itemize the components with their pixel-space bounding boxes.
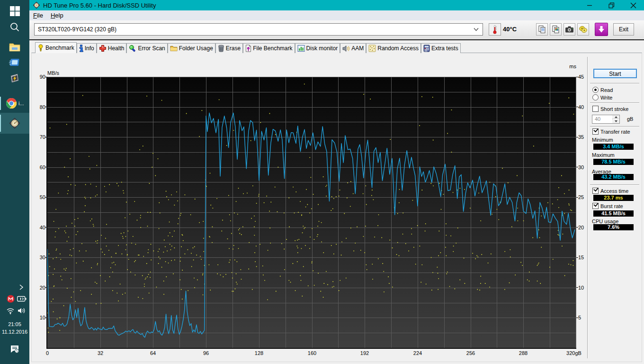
disk-monitor-tab-icon bbox=[297, 45, 305, 52]
tab-extra-tests[interactable]: Extra tests bbox=[421, 43, 461, 53]
close-button[interactable] bbox=[622, 0, 644, 10]
chevron-down-icon bbox=[474, 27, 479, 31]
benchmark-chart bbox=[47, 77, 576, 348]
x-axis-tick-label: 32 bbox=[90, 350, 111, 356]
x-axis-tick-label: 288 bbox=[513, 350, 534, 356]
short-stroke-capacity-input[interactable]: 40 bbox=[592, 115, 620, 124]
short-stroke-checkbox[interactable]: Short stroke bbox=[592, 106, 628, 112]
restore-button[interactable] bbox=[600, 0, 622, 10]
tab-random-access[interactable]: Random Access bbox=[366, 43, 421, 53]
volume-tray-icon[interactable] bbox=[18, 307, 26, 314]
tab-folder-usage[interactable]: Folder Usage bbox=[168, 43, 215, 53]
access-time-checkbox[interactable]: Access time bbox=[592, 188, 628, 194]
spin-up-button[interactable] bbox=[612, 115, 619, 119]
x-axis-tick-label: 128 bbox=[249, 350, 269, 356]
camera-icon bbox=[565, 26, 574, 33]
close-icon bbox=[630, 2, 636, 9]
action-center-icon bbox=[10, 345, 19, 354]
taskbar-search-button[interactable] bbox=[0, 18, 29, 36]
taskbar-winamp[interactable] bbox=[0, 70, 29, 87]
y-axis-tick-label: 40 bbox=[31, 225, 45, 230]
winamp-icon bbox=[9, 73, 20, 84]
capacity-unit-label: gB bbox=[627, 117, 633, 121]
burst-rate-label: Burst rate bbox=[600, 203, 623, 209]
temperature-indicator bbox=[489, 23, 501, 36]
minimum-value: 3.4 MB/s bbox=[593, 144, 634, 150]
action-center-button[interactable] bbox=[0, 343, 29, 355]
tab-label: Info bbox=[85, 45, 94, 52]
tab-file-benchmark[interactable]: File Benchmark bbox=[243, 43, 295, 53]
right-axis-tick bbox=[576, 77, 578, 77]
copy-image-button[interactable] bbox=[550, 23, 562, 36]
read-radio-label: Read bbox=[600, 87, 613, 93]
x-axis-tick-label: 192 bbox=[354, 350, 375, 356]
menu-file[interactable]: File bbox=[29, 10, 47, 20]
right-axis-tick bbox=[576, 257, 578, 258]
start-button[interactable]: Start bbox=[593, 69, 637, 78]
write-radio[interactable]: Write bbox=[592, 94, 612, 100]
drive-select[interactable]: ST320LT020-9YG142 (320 gB) bbox=[34, 23, 483, 36]
x-axis-line bbox=[46, 348, 576, 349]
y-axis-tick bbox=[45, 197, 47, 198]
tab-benchmark[interactable]: Benchmark bbox=[35, 42, 77, 53]
info-tab-icon bbox=[79, 45, 83, 52]
right-axis-tick-label: 5 bbox=[578, 315, 594, 320]
right-axis-tick-label: 35 bbox=[578, 134, 594, 140]
tab-error-scan[interactable]: Error Scan bbox=[126, 43, 167, 53]
taskbar-hdtune[interactable] bbox=[0, 113, 29, 134]
read-radio[interactable]: Read bbox=[592, 87, 613, 93]
wifi-tray-icon[interactable] bbox=[6, 307, 15, 314]
minimize-button[interactable] bbox=[579, 0, 600, 10]
access-time-value: 23.7 ms bbox=[593, 195, 634, 201]
x-axis-tick-label: 64 bbox=[143, 350, 163, 356]
burst-rate-box[interactable] bbox=[592, 203, 599, 209]
tab-erase[interactable]: Erase bbox=[215, 43, 243, 53]
mega-tray-icon[interactable] bbox=[7, 295, 15, 303]
tab-disk-monitor[interactable]: Disk monitor bbox=[295, 43, 340, 53]
tab-label: AAM bbox=[351, 45, 364, 52]
tab-health[interactable]: Health bbox=[97, 43, 127, 53]
access-time-box[interactable] bbox=[592, 188, 599, 194]
options-button[interactable] bbox=[577, 23, 589, 36]
transfer-rate-checkbox[interactable]: Transfer rate bbox=[592, 128, 630, 135]
right-axis-unit: ms bbox=[560, 64, 576, 69]
short-stroke-value: 40 bbox=[595, 116, 600, 122]
x-axis-tick-label: 96 bbox=[196, 350, 216, 356]
tray-date[interactable]: 11.12.2016 bbox=[0, 329, 29, 335]
options-icon bbox=[579, 25, 588, 34]
screenshot-button[interactable] bbox=[564, 23, 575, 36]
tray-expand-button[interactable] bbox=[0, 282, 29, 292]
short-stroke-label: Short stroke bbox=[600, 106, 628, 112]
separator bbox=[590, 184, 639, 185]
y-axis-tick bbox=[45, 167, 47, 167]
battery-tray-icon[interactable] bbox=[17, 296, 27, 302]
taskbar-start-button[interactable] bbox=[0, 2, 29, 20]
tray-clock[interactable]: 21:05 bbox=[0, 321, 29, 327]
tab-info[interactable]: Info bbox=[77, 43, 97, 53]
minimum-label: Minimum bbox=[592, 137, 613, 142]
folder-usage-tab-icon bbox=[170, 45, 178, 52]
cpu-usage-value: 7.6% bbox=[593, 224, 634, 230]
search-icon bbox=[9, 22, 20, 32]
aam-tab-icon bbox=[342, 45, 350, 52]
spin-down-button[interactable] bbox=[612, 119, 619, 123]
tab-aam[interactable]: AAM bbox=[340, 43, 366, 53]
separator bbox=[590, 126, 639, 127]
x-axis-tick-label: 224 bbox=[407, 350, 428, 356]
exit-button[interactable]: Exit bbox=[613, 23, 634, 36]
copy-text-button[interactable] bbox=[536, 23, 548, 36]
write-radio-circle[interactable] bbox=[592, 94, 599, 100]
benchmark-plot bbox=[47, 77, 576, 348]
taskbar-app-window[interactable] bbox=[0, 54, 29, 71]
burst-rate-value: 41.5 MB/s bbox=[593, 210, 634, 217]
right-axis-tick-label: 15 bbox=[578, 255, 594, 260]
burst-rate-checkbox[interactable]: Burst rate bbox=[592, 203, 623, 209]
save-results-button[interactable] bbox=[595, 23, 608, 36]
menu-help[interactable]: Help bbox=[47, 10, 67, 20]
taskbar-chrome[interactable]: i... bbox=[0, 95, 29, 112]
drive-select-value: ST320LT020-9YG142 (320 gB) bbox=[38, 26, 116, 33]
titlebar[interactable]: HD Tune Pro 5.60 - Hard Disk/SSD Utility bbox=[29, 0, 644, 10]
read-radio-circle[interactable] bbox=[592, 87, 599, 93]
active-indicator bbox=[0, 115, 1, 132]
taskbar-file-explorer[interactable] bbox=[0, 38, 29, 56]
